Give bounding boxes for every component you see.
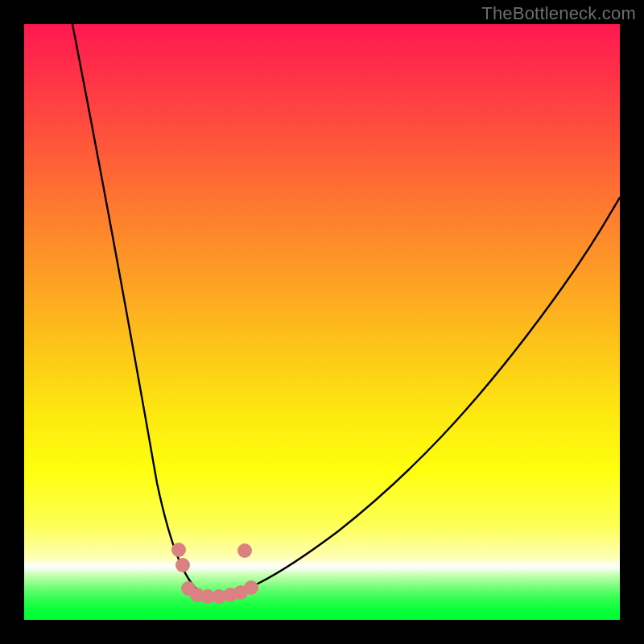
svg-point-9 [237,543,252,558]
svg-point-8 [244,580,258,595]
curve-path [72,24,620,597]
plot-area [24,24,620,620]
watermark-text: TheBottleneck.com [481,3,636,24]
svg-point-1 [175,558,190,572]
chart-frame: TheBottleneck.com [0,0,644,644]
bottleneck-curve [24,24,620,620]
svg-point-0 [171,543,186,557]
